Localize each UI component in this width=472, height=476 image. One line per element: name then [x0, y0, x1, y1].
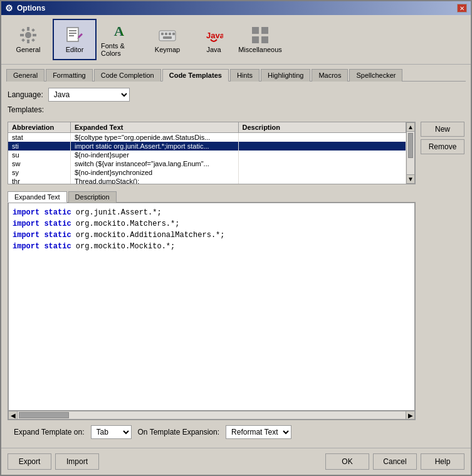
new-button[interactable]: New: [421, 122, 464, 137]
tab-expanded-text[interactable]: Expanded Text: [8, 191, 67, 203]
remove-button[interactable]: Remove: [421, 139, 464, 154]
on-expansion-select[interactable]: Reformat Text Do Nothing: [226, 425, 291, 439]
svg-text:Java: Java: [206, 31, 223, 40]
svg-rect-2: [27, 40, 29, 43]
svg-rect-7: [21, 38, 25, 42]
tab-code-templates[interactable]: Code Templates: [162, 69, 229, 82]
close-button[interactable]: ✕: [457, 4, 467, 13]
editor-tabs: Expanded Text Description: [8, 191, 416, 202]
language-label: Language:: [8, 90, 43, 99]
general-icon: [19, 26, 38, 45]
tab-spellchecker[interactable]: Spellchecker: [349, 69, 402, 82]
table-row[interactable]: stat ${coltype type="org.openide.awt.Sta…: [8, 133, 406, 142]
export-button[interactable]: Export: [8, 453, 51, 470]
table-header: Abbreviation Expanded Text Description: [8, 122, 406, 133]
toolbar-general-label: General: [16, 46, 40, 53]
java-icon: Java: [204, 26, 223, 45]
svg-text:A: A: [113, 23, 123, 39]
tabs-row: General Formatting Code Completion Code …: [1, 65, 471, 81]
toolbar-editor[interactable]: Editor: [53, 19, 97, 60]
header-expanded: Expanded Text: [71, 122, 239, 132]
language-select[interactable]: Java: [48, 88, 130, 102]
header-description: Description: [239, 122, 407, 132]
table-row[interactable]: su ${no-indent}super: [8, 151, 406, 159]
svg-rect-9: [67, 28, 78, 41]
templates-table: Abbreviation Expanded Text Description s…: [8, 122, 416, 184]
window-icon: ⚙: [5, 3, 13, 13]
toolbar-keymap[interactable]: Keymap: [145, 19, 189, 60]
cell-expanded: import static org.junit.Assert.*;import …: [71, 142, 239, 151]
footer: Export Import OK Cancel Help: [1, 448, 471, 475]
svg-point-0: [25, 32, 31, 38]
code-line-3: import static org.mockito.AdditionalMatc…: [13, 230, 411, 241]
svg-rect-16: [161, 33, 164, 35]
code-editor[interactable]: import static org.junit.Assert.*; import…: [8, 203, 415, 411]
tab-code-completion[interactable]: Code Completion: [94, 69, 161, 82]
tab-macros[interactable]: Macros: [312, 69, 348, 82]
hscroll[interactable]: ◀ ▶: [8, 411, 415, 420]
keymap-icon: [158, 26, 177, 45]
title-bar: ⚙ Options ✕: [1, 1, 471, 15]
svg-rect-10: [69, 30, 76, 31]
svg-rect-25: [261, 36, 268, 43]
svg-rect-5: [21, 28, 25, 32]
tab-hints[interactable]: Hints: [230, 69, 260, 82]
svg-rect-1: [27, 27, 29, 31]
svg-rect-19: [172, 33, 175, 35]
svg-rect-8: [31, 38, 35, 42]
svg-rect-22: [252, 27, 259, 34]
table-row[interactable]: sti import static org.junit.Assert.*;imp…: [8, 142, 406, 151]
cell-abbrev: sy: [8, 168, 71, 177]
tab-general[interactable]: General: [6, 69, 45, 82]
toolbar-general[interactable]: General: [6, 19, 50, 60]
left-area: Abbreviation Expanded Text Description s…: [8, 122, 416, 420]
bottom-bar: Expand Template on: Tab Space Enter On T…: [8, 420, 464, 442]
svg-rect-12: [69, 35, 74, 36]
tab-highlighting[interactable]: Highlighting: [261, 69, 310, 82]
table-row[interactable]: sw switch (${var instanceof="java.lang.E…: [8, 159, 406, 168]
ok-button[interactable]: OK: [325, 453, 369, 470]
help-button[interactable]: Help: [421, 453, 464, 470]
table-scroll[interactable]: stat ${coltype type="org.openide.awt.Sta…: [8, 133, 406, 184]
templates-label: Templates:: [8, 105, 464, 114]
tab-description[interactable]: Description: [68, 191, 117, 203]
cell-desc: [239, 177, 407, 184]
table-row[interactable]: thr Thread.dumpStack();: [8, 177, 406, 184]
cell-abbrev: sw: [8, 159, 71, 168]
svg-rect-23: [261, 27, 268, 34]
tab-formatting[interactable]: Formatting: [46, 69, 93, 82]
hscroll-thumb[interactable]: [19, 412, 69, 418]
scrollbar-thumb[interactable]: [408, 133, 413, 158]
code-line-2: import static org.mockito.Matchers.*;: [13, 218, 411, 230]
svg-rect-3: [20, 34, 24, 36]
svg-rect-6: [31, 28, 35, 32]
cell-abbrev: su: [8, 151, 71, 159]
toolbar-fonts-colors[interactable]: A A Fonts & Colors: [99, 19, 143, 60]
expand-template-select[interactable]: Tab Space Enter: [91, 425, 132, 439]
code-line-4: import static org.mockito.Mockito.*;: [13, 241, 411, 252]
cell-desc: [239, 168, 407, 177]
toolbar-java-label: Java: [206, 46, 221, 53]
cancel-button[interactable]: Cancel: [373, 453, 417, 470]
footer-left: Export Import: [8, 453, 99, 470]
cell-expanded: ${no-indent}super: [71, 151, 239, 159]
cell-abbrev: thr: [8, 177, 71, 184]
toolbar-java[interactable]: Java Java: [192, 19, 236, 60]
toolbar-misc[interactable]: Miscellaneous: [238, 19, 282, 60]
right-area: New Remove: [421, 122, 464, 420]
content-area: Language: Java Templates: Abbreviation E…: [1, 82, 471, 448]
expand-template-label: Expand Template on:: [14, 428, 85, 436]
toolbar-misc-label: Miscellaneous: [238, 46, 282, 53]
on-expansion-label: On Template Expansion:: [138, 428, 220, 436]
table-scrollbar[interactable]: ▲ ▼: [406, 122, 415, 184]
cell-expanded: ${coltype type="org.openide.awt.StatusDi…: [71, 133, 239, 142]
import-button[interactable]: Import: [55, 453, 99, 470]
cell-abbrev: stat: [8, 133, 71, 142]
table-row[interactable]: sy ${no-indent}synchronized: [8, 168, 406, 177]
cell-desc: [239, 142, 407, 151]
header-abbreviation: Abbreviation: [8, 122, 71, 132]
toolbar: General Editor A A: [1, 15, 471, 65]
cell-abbrev: sti: [8, 142, 71, 151]
toolbar-editor-label: Editor: [66, 46, 84, 53]
toolbar-keymap-label: Keymap: [155, 46, 180, 53]
